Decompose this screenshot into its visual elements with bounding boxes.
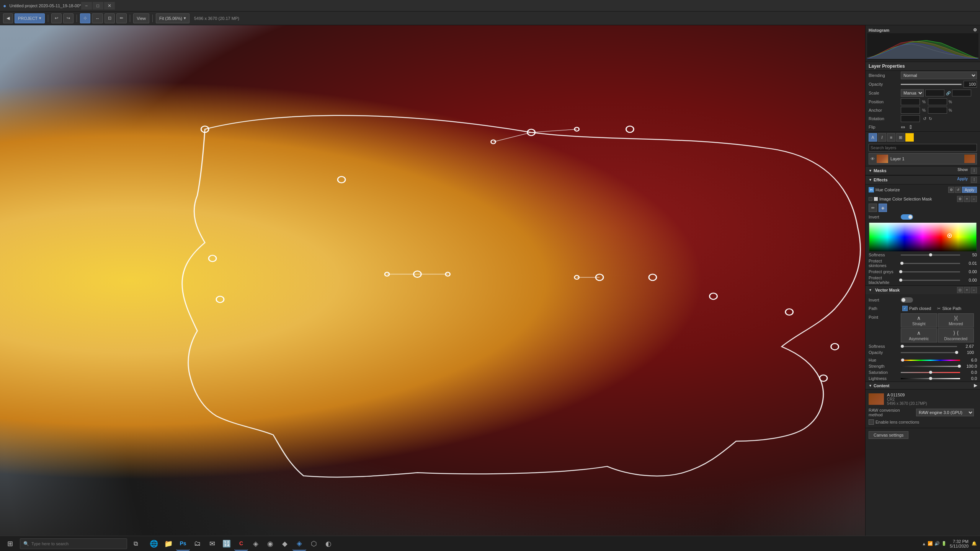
mail-icon[interactable]: ✉ — [205, 537, 219, 551]
fill-tool-btn[interactable]: ◈ — [879, 204, 887, 212]
app-icon-6[interactable]: ⬡ — [307, 537, 321, 551]
protect-bw-slider[interactable] — [901, 280, 960, 281]
scale-x-input[interactable]: 100.00 — [925, 90, 944, 96]
project-button[interactable]: PROJECT ▾ — [15, 13, 45, 23]
hue-colorize-reset[interactable]: ↺ — [955, 187, 961, 193]
strength-slider[interactable] — [901, 366, 960, 367]
position-x-input[interactable]: 0.00 — [901, 98, 920, 105]
layer-grid-btn[interactable]: ⊞ — [896, 133, 905, 142]
tool-select[interactable]: ⊹ — [80, 13, 90, 23]
back-button[interactable]: ◀ — [3, 13, 13, 23]
softness-thumb[interactable] — [929, 253, 932, 256]
content-section-header[interactable]: ▼ Content ▶ — [866, 381, 980, 390]
opacity-input[interactable] — [964, 81, 977, 88]
saturation-slider[interactable] — [901, 372, 960, 373]
path-closed-check[interactable]: ✓ — [902, 306, 908, 311]
app-icon-3[interactable]: ◉ — [263, 537, 277, 551]
canvas-area[interactable] — [0, 25, 865, 536]
scale-y-input[interactable]: 100.00 — [952, 90, 971, 96]
fit-button[interactable]: Fit (35.06%) ▾ — [156, 13, 189, 23]
effects-section-header[interactable]: ▼ Effects Apply ⋮ — [866, 175, 980, 184]
vector-mask-btn2[interactable]: + — [964, 287, 970, 293]
scale-select[interactable]: Manual — [901, 89, 924, 97]
vector-softness-thumb[interactable] — [901, 345, 904, 348]
app-icon-7[interactable]: ◐ — [322, 537, 335, 551]
explorer-icon[interactable]: 🗂 — [191, 537, 204, 551]
vector-softness-slider[interactable] — [901, 346, 957, 347]
layer-item[interactable]: 👁 Layer 1 — [869, 153, 977, 165]
tray-icon-1[interactable]: ▲ — [922, 541, 926, 546]
strength-thumb[interactable] — [958, 365, 961, 368]
hue-colorize-settings[interactable]: ⚙ — [948, 187, 954, 193]
layer-type-b-btn[interactable]: I — [878, 133, 886, 142]
saturation-thumb[interactable] — [929, 371, 932, 374]
ps-icon[interactable]: Ps — [176, 537, 190, 551]
vector-opacity-thumb[interactable] — [955, 351, 958, 354]
canvas-settings-button[interactable]: Canvas settings — [869, 431, 908, 439]
clock[interactable]: 7:32 PM 5/11/2020 — [950, 539, 969, 548]
content-expand[interactable]: ▶ — [974, 383, 977, 388]
disconnected-option[interactable]: ⟩ ⟨ Disconnected — [938, 328, 974, 342]
asymmetric-option[interactable]: ∧ Asymmetric — [901, 328, 937, 342]
masks-section-header[interactable]: ▼ Masks Show ⋮ — [866, 166, 980, 175]
protect-skintones-slider[interactable] — [901, 263, 960, 264]
mask-remove[interactable]: − — [971, 196, 977, 202]
mask-visibility-toggle[interactable] — [869, 197, 872, 201]
tool-move[interactable]: ↔ — [92, 13, 103, 23]
anchor-x-input[interactable]: 0.00 — [901, 107, 920, 114]
tool-crop[interactable]: ⊡ — [105, 13, 115, 23]
path-closed-option[interactable]: ✓ Path closed — [902, 306, 931, 311]
effects-menu-btn[interactable]: ⋮ — [971, 177, 977, 183]
layer-type-a-btn[interactable]: A — [869, 133, 877, 142]
lens-corrections-check[interactable] — [869, 419, 874, 425]
mirrored-option[interactable]: ⟩⟨ Mirrored — [938, 313, 974, 328]
hue-colorize-apply-btn[interactable]: Apply — [962, 187, 977, 193]
close-button[interactable]: ✕ — [104, 2, 115, 10]
redo-button[interactable]: ↪ — [63, 13, 74, 23]
app-icon-1[interactable]: C — [234, 537, 248, 551]
vector-mask-invert-toggle[interactable] — [901, 297, 913, 303]
app-icon-2[interactable]: ◈ — [249, 537, 263, 551]
raw-method-select[interactable]: RAW engine 3.0 (GPU) — [916, 409, 974, 416]
blending-select[interactable]: Normal Multiply Screen — [901, 72, 977, 79]
color-spectrum[interactable] — [869, 223, 977, 251]
rotate-right-icon[interactable]: ↻ — [929, 116, 932, 121]
protect-bw-thumb[interactable] — [899, 279, 902, 282]
effects-apply-label[interactable]: Apply — [957, 177, 968, 183]
app-icon-4[interactable]: ◆ — [278, 537, 292, 551]
calc-icon[interactable]: 🔢 — [220, 537, 234, 551]
mask-settings[interactable]: ⚙ — [957, 196, 963, 202]
hue-slider[interactable] — [901, 360, 960, 361]
softness-slider[interactable] — [901, 254, 960, 256]
mask-add[interactable]: + — [964, 196, 970, 202]
task-view-button[interactable]: ⧉ — [129, 537, 142, 551]
taskbar-search[interactable]: 🔍 — [20, 538, 127, 549]
protect-skintones-thumb[interactable] — [900, 262, 903, 265]
undo-button[interactable]: ↩ — [51, 13, 62, 23]
maximize-button[interactable]: □ — [93, 2, 103, 10]
lightness-thumb[interactable] — [929, 377, 932, 380]
vector-mask-btn3[interactable]: − — [971, 287, 977, 293]
invert-toggle[interactable] — [901, 214, 913, 220]
color-picker-area[interactable] — [866, 221, 980, 252]
vector-mask-btn1[interactable]: ⊡ — [957, 287, 963, 293]
taskbar-search-input[interactable] — [31, 541, 124, 546]
view-button[interactable]: View — [133, 13, 149, 23]
rotate-left-icon[interactable]: ↺ — [923, 116, 926, 121]
notification-icon[interactable]: 🔔 — [972, 541, 977, 546]
layer-visibility-icon[interactable]: 👁 — [871, 156, 875, 161]
pen-tool-btn[interactable]: ✏ — [869, 204, 877, 212]
anchor-y-input[interactable]: 0.00 — [928, 107, 947, 114]
lightness-slider[interactable] — [901, 378, 960, 379]
network-icon[interactable]: 📶 — [928, 541, 933, 546]
app-icon-5[interactable]: ◈ — [292, 537, 306, 551]
histogram-header[interactable]: Histogram ⚙ — [867, 27, 978, 33]
tool-pen[interactable]: ✏ — [116, 13, 127, 23]
rotation-input[interactable]: 0.00 — [901, 115, 920, 122]
slice-path-option[interactable]: ✂ Slice Path — [937, 306, 961, 311]
protect-greys-thumb[interactable] — [899, 270, 902, 273]
flip-v-icon[interactable]: ⇕ — [908, 124, 913, 130]
straight-option[interactable]: ∧ Straight — [901, 313, 937, 328]
flip-h-icon[interactable]: ⇔ — [901, 124, 905, 130]
position-y-input[interactable]: 0.00 — [928, 98, 947, 105]
